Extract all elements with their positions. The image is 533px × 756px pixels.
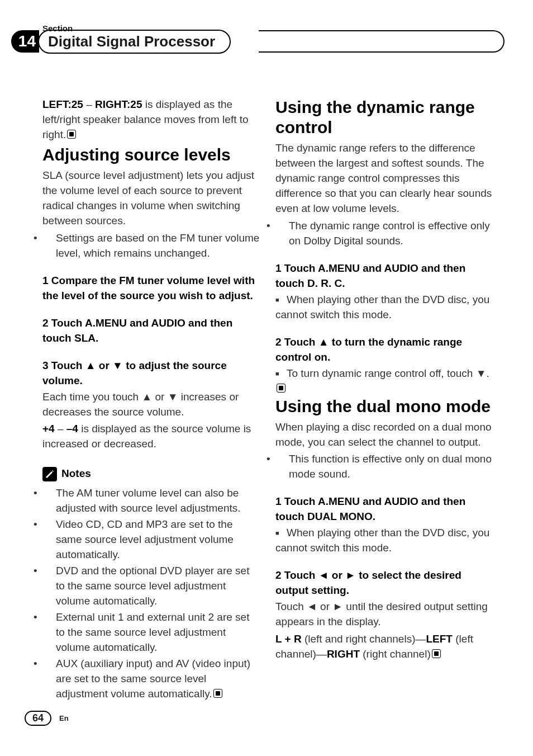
section-header: 14 Digital Signal Processor [11,29,505,54]
notes-title: Notes [61,466,91,481]
section-number: 14 [11,30,39,53]
drc-step-2-sublist: To turn dynamic range control off, touch… [275,366,493,396]
list-item: External unit 1 and external unit 2 are … [42,610,260,655]
dm-step-2-title: 2 Touch ◄ or ► to select the desired out… [275,568,493,598]
drc-bullet-list: The dynamic range control is effective o… [275,219,493,249]
sla-step-3-body: Each time you touch ▲ or ▼ increases or … [42,390,260,420]
content-area: LEFT:25 – RIGHT:25 is displayed as the l… [42,97,493,703]
dm-bullet-list: This function is effective only on dual … [275,452,493,482]
list-item: When playing other than the DVD disc, yo… [275,292,493,323]
list-item: When playing other than the DVD disc, yo… [275,526,493,556]
right-column: Using the dynamic range control The dyna… [275,97,493,703]
drc-step-1-title: 1 Touch A.MENU and AUDIO and then touch … [275,261,493,291]
dm-step-1-sublist: When playing other than the DVD disc, yo… [275,526,493,556]
chapter-title: Digital Signal Processor [38,30,231,54]
notes-list: The AM tuner volume level can also be ad… [42,486,260,702]
list-item: Settings are based on the FM tuner volum… [42,231,260,261]
sla-step-3-body2: +4 – –4 is displayed as the source volum… [42,422,260,452]
end-mark-icon [432,649,441,658]
end-mark-icon [213,689,222,698]
sla-bullet-list: Settings are based on the FM tuner volum… [42,231,260,261]
page-number: 64 [25,711,51,726]
heading-adjusting-source-levels: Adjusting source levels [42,145,260,165]
list-item: AUX (auxiliary input) and AV (video inpu… [42,656,260,702]
heading-dual-mono: Using the dual mono mode [275,396,493,417]
header-spacer [259,30,505,53]
drc-step-1-sublist: When playing other than the DVD disc, yo… [275,292,493,323]
sla-step-1-title: 1 Compare the FM tuner volume level with… [42,273,260,304]
drc-step-2-title: 2 Touch ▲ to turn the dynamic range cont… [275,335,493,365]
list-item: This function is effective only on dual … [275,452,493,482]
dm-intro-text: When playing a disc recorded on a dual m… [275,420,493,450]
balance-intro-text: LEFT:25 – RIGHT:25 is displayed as the l… [42,97,260,143]
list-item: The AM tuner volume level can also be ad… [42,486,260,516]
dm-step-2-body: Touch ◄ or ► until the desired output se… [275,599,493,630]
list-item: To turn dynamic range control off, touch… [275,366,493,396]
list-item: The dynamic range control is effective o… [275,219,493,249]
page-footer: 64 En [25,711,69,726]
drc-intro-text: The dynamic range refers to the differen… [275,141,493,216]
page-language: En [59,714,69,722]
list-item: DVD and the optional DVD player are set … [42,564,260,609]
end-mark-icon [67,130,76,139]
sla-step-3-title: 3 Touch ▲ or ▼ to adjust the source volu… [42,358,260,389]
dm-step-2-body2: L + R (left and right channels)—LEFT (le… [275,632,493,662]
sla-intro-text: SLA (source level adjustment) lets you a… [42,168,260,229]
sla-step-2-title: 2 Touch A.MENU and AUDIO and then touch … [42,316,260,346]
heading-dynamic-range: Using the dynamic range control [275,97,493,138]
notes-box: Notes The AM tuner volume level can also… [42,466,260,702]
end-mark-icon [277,384,285,393]
list-item: Video CD, CD and MP3 are set to the same… [42,517,260,563]
dm-step-1-title: 1 Touch A.MENU and AUDIO and then touch … [275,494,493,525]
notes-icon [42,467,57,481]
left-column: LEFT:25 – RIGHT:25 is displayed as the l… [42,97,260,703]
